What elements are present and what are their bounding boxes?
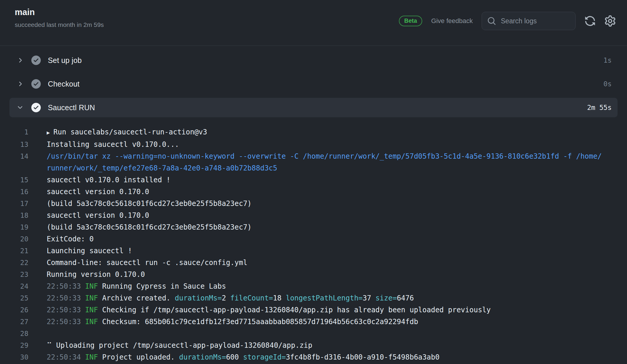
log-text-segment: 3fc4b8fb-d316-4b00-a910-f5498b6a3ab0	[286, 353, 439, 361]
log-line-number[interactable]: 30	[0, 351, 28, 363]
step-name: Checkout	[48, 80, 79, 88]
log-line-text: /usr/bin/tar xz --warning=no-unknown-key…	[47, 150, 603, 174]
log-line-number[interactable]: 18	[0, 209, 28, 221]
log-text-segment: 2	[222, 294, 230, 302]
log-text-segment: Command-line: saucectl run -c .sauce/con…	[47, 259, 247, 267]
log-line-number[interactable]: 25	[0, 292, 28, 304]
log-line-text: Installing saucectl v0.170.0...	[47, 139, 179, 150]
log-line-number[interactable]: 27	[0, 316, 28, 328]
log-line-number[interactable]: 19	[0, 221, 28, 233]
run-header-left: main succeeded last month in 2m 59s	[15, 8, 104, 28]
log-line: 22 Command-line: saucectl run -c .sauce/…	[0, 257, 627, 269]
log-line-number[interactable]: 23	[0, 269, 28, 280]
log-text-segment: 600	[226, 353, 243, 361]
log-line-text: Running version 0.170.0	[47, 269, 145, 280]
log-text-segment: Checksum: 685b061c79ce1dfb12f3ed7715aaab…	[102, 318, 418, 326]
log-line: 21 Launching saucectl !	[0, 245, 627, 257]
log-line-number[interactable]: 26	[0, 304, 28, 316]
step-row[interactable]: Set up job 1s	[9, 51, 618, 70]
log-line: 17 (build 5a3c78c0c5618c01f6cd27c3eb0e25…	[0, 198, 627, 209]
log-text-segment: longestPathLength=	[286, 294, 363, 302]
search-icon	[487, 17, 496, 25]
log-line-number[interactable]: 13	[0, 139, 28, 150]
log-line-number[interactable]: 21	[0, 245, 28, 257]
log-line-text: 22:50:33 INF Checking if /tmp/saucectl-a…	[47, 304, 491, 316]
log-line-text: (build 5a3c78c0c5618c01f6cd27c3eb0e25f5b…	[47, 198, 252, 209]
log-line-text: Launching saucectl !	[47, 245, 132, 257]
step-name: Saucectl RUN	[48, 103, 95, 112]
step-row[interactable]: Checkout 0s	[9, 74, 618, 94]
log-line-number[interactable]: 29	[0, 339, 28, 351]
log-line: 16 saucectl version 0.170.0	[0, 186, 627, 198]
log-text-segment: INF	[85, 294, 102, 302]
log-text-segment: INF	[85, 318, 102, 326]
log-text-segment: Run saucelabs/saucectl-run-action@v3	[53, 128, 207, 136]
log-line: 1 ▶Run saucelabs/saucectl-run-action@v3	[0, 126, 627, 139]
log-text-segment: INF	[85, 282, 102, 290]
log-text-segment: ExitCode: 0	[47, 235, 94, 243]
log-text-segment: 22:50:33	[47, 294, 85, 302]
log-line-text: ⠉ Uploading project /tmp/saucectl-app-pa…	[47, 339, 312, 351]
log-line-number[interactable]: 22	[0, 257, 28, 269]
log-line-number[interactable]: 1	[0, 126, 28, 139]
log-line: 29 ⠉ Uploading project /tmp/saucectl-app…	[0, 339, 627, 351]
steps-list: Set up job 1s Checkout 0s Saucectl RUN 2…	[9, 51, 618, 117]
run-status-subtitle: succeeded last month in 2m 59s	[15, 21, 104, 28]
log-line-text: Command-line: saucectl run -c .sauce/con…	[47, 257, 247, 269]
log-line-text: saucectl version 0.170.0	[47, 209, 149, 221]
log-text-segment: 22:50:33	[47, 282, 85, 290]
log-text-segment: Project uploaded.	[102, 353, 179, 361]
log-text-segment: Launching saucectl !	[47, 247, 132, 255]
log-text-segment: size=	[376, 294, 397, 302]
log-line-text: 22:50:34 INF Project uploaded. durationM…	[47, 351, 439, 363]
log-text-segment: fileCount=	[230, 294, 273, 302]
log-text-segment: 22:50:33	[47, 306, 85, 314]
search-logs-box[interactable]	[482, 12, 576, 30]
step-name: Set up job	[48, 56, 82, 65]
sync-icon	[584, 15, 596, 27]
log-line: 27 22:50:33 INF Checksum: 685b061c79ce1d…	[0, 316, 627, 328]
settings-button[interactable]	[605, 15, 616, 27]
log-link-text[interactable]: /usr/bin/tar xz --warning=no-unknown-key…	[47, 152, 602, 172]
log-text-segment: saucectl v0.170.0 installed !	[47, 176, 170, 184]
log-line: 13 Installing saucectl v0.170.0...	[0, 139, 627, 150]
log-line-number[interactable]: 16	[0, 186, 28, 198]
log-text-segment: (build 5a3c78c0c5618c01f6cd27c3eb0e25f5b…	[47, 223, 252, 231]
log-text-segment: durationMs=	[179, 353, 226, 361]
log-line: 19 (build 5a3c78c0c5618c01f6cd27c3eb0e25…	[0, 221, 627, 233]
log-text-segment: Archive created.	[102, 294, 175, 302]
log-text-segment: 22:50:33	[47, 318, 85, 326]
log-text-segment: ⠉ Uploading project /tmp/saucectl-app-pa…	[47, 341, 312, 350]
log-line-number[interactable]: 20	[0, 233, 28, 245]
beta-badge: Beta	[399, 16, 422, 26]
log-line-number[interactable]: 17	[0, 198, 28, 209]
log-line-text: 22:50:33 INF Checksum: 685b061c79ce1dfb1…	[47, 316, 418, 328]
log-text-segment: durationMs=	[175, 294, 222, 302]
log-line-number[interactable]: 24	[0, 280, 28, 292]
log-line-number[interactable]: 15	[0, 174, 28, 186]
refresh-button[interactable]	[584, 15, 596, 27]
log-line: 14 /usr/bin/tar xz --warning=no-unknown-…	[0, 150, 627, 174]
log-line: 26 22:50:33 INF Checking if /tmp/saucect…	[0, 304, 627, 316]
log-line: 25 22:50:33 INF Archive created. duratio…	[0, 292, 627, 304]
chevron-right-icon	[17, 57, 24, 64]
log-line-text: (build 5a3c78c0c5618c01f6cd27c3eb0e25f5b…	[47, 221, 252, 233]
log-text-segment: INF	[85, 306, 102, 314]
check-circle-icon	[31, 79, 41, 89]
log-line-text: saucectl v0.170.0 installed !	[47, 174, 170, 186]
step-row[interactable]: Saucectl RUN 2m 55s	[9, 98, 618, 117]
chevron-right-icon	[17, 80, 24, 87]
log-text-segment: Installing saucectl v0.170.0...	[47, 140, 179, 149]
log-text-segment: Running Cypress in Sauce Labs	[102, 282, 226, 290]
log-line-number[interactable]: 14	[0, 150, 28, 174]
log-line: 20 ExitCode: 0	[0, 233, 627, 245]
expand-group-toggle-icon[interactable]: ▶	[47, 129, 50, 136]
log-text-segment: Checking if /tmp/saucectl-app-payload-13…	[102, 306, 491, 314]
search-input[interactable]	[500, 17, 571, 25]
log-line-text: 22:50:33 INF Archive created. durationMs…	[47, 292, 414, 304]
log-text-segment: saucectl version 0.170.0	[47, 211, 149, 220]
log-line: 23 Running version 0.170.0	[0, 269, 627, 280]
give-feedback-link[interactable]: Give feedback	[431, 17, 473, 25]
log-text-segment: storageId=	[243, 353, 286, 361]
log-line-number[interactable]: 28	[0, 328, 28, 339]
